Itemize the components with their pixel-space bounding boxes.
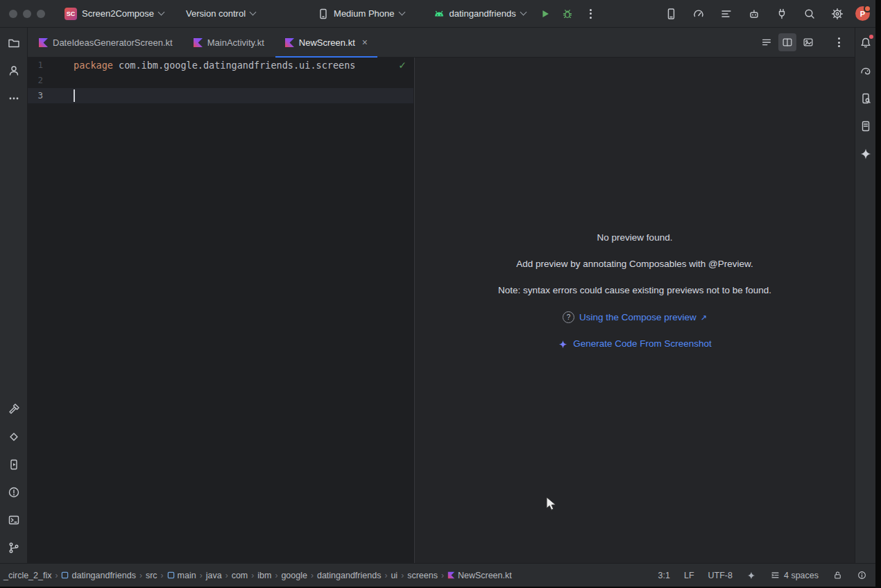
plug-icon — [775, 7, 789, 21]
breadcrumb-item[interactable]: java — [204, 569, 224, 582]
device-manager-tool-button[interactable] — [4, 455, 24, 474]
kebab-menu-icon — [838, 37, 840, 47]
breadcrumb-item[interactable]: google — [279, 569, 309, 582]
breadcrumb-item[interactable]: ibm — [255, 569, 273, 582]
running-devices-icon — [664, 7, 678, 21]
pull-requests-tool-button[interactable] — [4, 61, 24, 80]
line-separator-widget[interactable]: LF — [684, 571, 694, 580]
gemini-tool-button[interactable] — [856, 144, 875, 164]
run-configuration-selector[interactable]: datingandfriends — [428, 5, 531, 23]
gradle-tool-button[interactable] — [856, 61, 875, 80]
split-view-button[interactable] — [778, 33, 796, 51]
studio-bot-button[interactable] — [744, 4, 764, 24]
breadcrumb-separator-icon: › — [383, 571, 388, 580]
split-view-icon — [781, 36, 794, 49]
gear-icon — [830, 7, 844, 21]
breadcrumb-item[interactable]: _circle_2_fix — [1, 569, 53, 582]
close-tab-icon[interactable]: × — [362, 37, 368, 47]
search-everywhere-button[interactable] — [800, 4, 819, 24]
left-tool-stripe — [0, 28, 28, 563]
window-controls — [9, 10, 45, 18]
tab-newscreen[interactable]: NewScreen.kt × — [275, 28, 377, 57]
debug-button[interactable] — [558, 4, 577, 24]
line-number[interactable]: 2 — [28, 73, 43, 88]
tab-dateideasgeneratorscreen[interactable]: DateIdeasGeneratorScreen.kt — [29, 28, 182, 57]
breadcrumb-item[interactable]: NewScreen.kt — [445, 569, 514, 582]
chevron-down-icon — [520, 9, 527, 16]
editor-view-mode-controls — [758, 28, 855, 57]
close-window-button[interactable] — [9, 10, 17, 18]
ai-status-widget[interactable] — [746, 571, 756, 580]
line-number[interactable]: 3 — [28, 88, 43, 103]
breadcrumb-label: NewScreen.kt — [458, 571, 512, 580]
user-avatar[interactable]: P — [855, 6, 870, 21]
write-access-widget[interactable] — [832, 570, 843, 580]
code-keyword: package — [74, 60, 113, 71]
resource-manager-tool-button[interactable] — [4, 427, 24, 447]
breadcrumb-label: google — [281, 571, 307, 580]
breadcrumb-item[interactable]: main — [165, 569, 198, 582]
device-explorer-tool-button[interactable] — [856, 89, 875, 108]
device-file-explorer-tool-button[interactable] — [856, 116, 875, 136]
compose-preview-docs-link[interactable]: ? Using the Compose preview ↗ — [563, 311, 707, 323]
chevron-down-icon — [250, 9, 257, 16]
build-tool-button[interactable] — [4, 399, 24, 419]
add-preview-message: Add preview by annotating Composables wi… — [516, 259, 753, 270]
more-run-actions-button[interactable] — [581, 4, 601, 24]
diamond-icon — [7, 430, 21, 444]
breadcrumb-label: src — [146, 571, 157, 580]
logcat-button[interactable] — [717, 4, 736, 24]
caret-position-widget[interactable]: 3:1 — [658, 571, 670, 580]
version-control-tool-button[interactable] — [4, 538, 24, 557]
breadcrumb-item[interactable]: ui — [388, 569, 400, 582]
status-info-widget[interactable] — [857, 570, 867, 580]
device-connection-button[interactable] — [772, 4, 792, 24]
minimize-window-button[interactable] — [23, 10, 31, 18]
inspection-ok-icon[interactable]: ✓ — [398, 60, 407, 71]
terminal-tool-button[interactable] — [4, 510, 24, 530]
tab-mainactivity[interactable]: MainActivity.kt — [184, 28, 274, 57]
more-tool-windows-button[interactable] — [4, 89, 24, 108]
breadcrumb-item[interactable]: screens — [405, 569, 440, 582]
breadcrumb-label: _circle_2_fix — [3, 571, 51, 580]
indent-widget[interactable]: 4 spaces — [770, 570, 819, 580]
breadcrumb-separator-icon: › — [138, 571, 144, 580]
gemini-sparkle-icon — [558, 339, 568, 349]
info-icon — [857, 570, 867, 580]
device-selector[interactable]: Medium Phone — [312, 5, 409, 23]
encoding-widget[interactable]: UTF-8 — [708, 571, 733, 580]
project-widget[interactable]: SC Screen2Compose — [59, 4, 169, 24]
tab-label: NewScreen.kt — [299, 37, 355, 48]
version-control-widget[interactable]: Version control — [180, 5, 261, 22]
breadcrumb-label: main — [178, 571, 196, 580]
code-editor[interactable]: 1 2 3 package com.ibm.google.datingandfr… — [28, 58, 413, 563]
settings-button[interactable] — [828, 4, 847, 24]
problems-icon — [7, 485, 21, 499]
running-devices-button[interactable] — [661, 4, 681, 24]
source-root-icon — [167, 571, 175, 579]
profiler-button[interactable] — [689, 4, 708, 24]
breadcrumb-item[interactable]: datingandfriends — [315, 569, 383, 582]
project-tool-button[interactable] — [4, 33, 24, 53]
breadcrumb-item[interactable]: src — [144, 569, 160, 582]
kebab-menu-icon — [590, 9, 592, 19]
titlebar: SC Screen2Compose Version control Medium… — [0, 0, 875, 28]
notifications-button[interactable] — [856, 33, 875, 53]
zoom-window-button[interactable] — [37, 10, 45, 18]
hammer-icon — [7, 402, 21, 416]
generate-code-from-screenshot-link[interactable]: Generate Code From Screenshot — [558, 338, 712, 349]
breadcrumb-item[interactable]: datingandfriends — [59, 569, 137, 582]
current-line-highlight — [28, 88, 413, 103]
breadcrumb-item[interactable]: com — [230, 569, 250, 582]
run-button[interactable] — [536, 4, 555, 24]
line-number[interactable]: 1 — [28, 58, 43, 73]
code-view-button[interactable] — [758, 33, 776, 51]
breadcrumb-separator-icon: › — [160, 571, 165, 580]
design-view-button[interactable] — [799, 33, 817, 51]
docs-link-label: Using the Compose preview — [579, 312, 696, 323]
kotlin-file-icon — [447, 571, 455, 579]
breadcrumb-label: com — [232, 571, 248, 580]
editor-more-options-button[interactable] — [830, 33, 848, 51]
problems-tool-button[interactable] — [4, 483, 24, 502]
logcat-icon — [719, 7, 733, 21]
